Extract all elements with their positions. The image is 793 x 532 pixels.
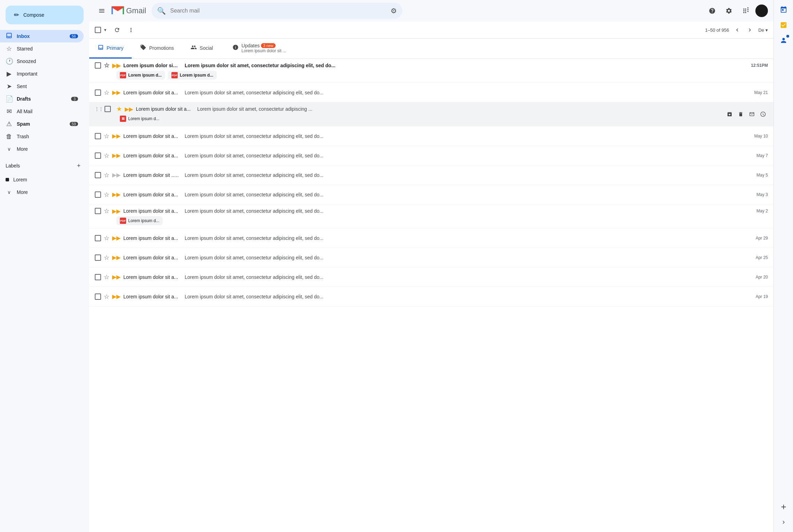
tab-updates[interactable]: Updates 3 new Lorem ipsum dolor sit ... [224,39,294,58]
row-checkbox[interactable] [95,255,101,261]
snooze-hover-button[interactable] [758,109,768,119]
row-subject: Lorem ipsum dolor sit amet, consectetur … [185,90,741,95]
row-star[interactable]: ☆ [104,254,109,261]
row-checkbox[interactable] [95,235,101,241]
main-content: Gmail 🔍 ⚙ ▾ [89,0,773,532]
attachment-chip[interactable]: 🖼 Lorem ipsum d... [116,114,163,123]
sidebar-item-important[interactable]: ▶ Important [0,68,84,80]
email-row[interactable]: ☆ ▶▶ Lorem ipsum dolor sit a... Lorem ip… [89,126,773,146]
row-checkbox[interactable] [95,274,101,280]
sidebar-item-starred[interactable]: ☆ Starred [0,42,84,55]
row-checkbox[interactable] [95,133,101,139]
select-all-checkbox[interactable] [95,27,101,33]
search-input[interactable] [170,8,391,14]
tab-promotions[interactable]: Promotions [132,39,182,58]
contacts-button[interactable] [777,33,791,47]
calendar-button[interactable] [777,3,791,17]
search-bar[interactable]: 🔍 ⚙ [152,3,402,19]
row-checkbox[interactable] [95,152,101,159]
email-row[interactable]: ☆ ▶▶ Lorem ipsum dolor sit a... Lorem ip… [89,228,773,248]
email-row[interactable]: ☆ ▶▶ Lorem ipsum dolor sit a... Lorem ip… [89,185,773,204]
select-all-wrap: ▾ [95,26,109,33]
sidebar-item-all-mail[interactable]: ✉ All Mail [0,105,84,118]
tab-bar: Primary Promotions Social [89,39,773,59]
row-date: May 21 [747,90,768,95]
settings-button[interactable] [722,4,736,18]
all-mail-icon: ✉ [6,108,13,115]
avatar[interactable] [755,5,768,17]
sidebar-item-inbox[interactable]: Inbox 56 [0,30,84,42]
email-row-main: ☆ ▶▶ Lorem ipsum dolor sit a... Lorem ip… [95,152,768,159]
next-page-button[interactable] [744,24,755,36]
apps-button[interactable] [739,4,753,18]
sidebar-item-label-inbox: Inbox [17,33,70,39]
row-checkbox[interactable] [95,208,101,214]
important-icon: ▶ [6,70,13,78]
row-subject: Lorem ipsum dolor sit amet, consectetur … [197,106,762,112]
expand-sidebar-button[interactable] [777,515,791,529]
email-row[interactable]: ☆ ▶▶ Lorem ipsum dolor sit ... 2 Lorem i… [89,165,773,185]
email-row[interactable]: ☆ ▶▶ Lorem ipsum dolor sit a... Lorem ip… [89,267,773,287]
row-checkbox[interactable] [95,172,101,178]
row-star[interactable]: ☆ [104,171,109,179]
email-row[interactable]: ☆ ▶▶ Lorem ipsum dolor sit a... Lorem ip… [89,59,773,83]
tab-primary[interactable]: Primary [89,39,132,58]
delete-hover-button[interactable] [736,109,746,119]
sidebar-item-label-more: More [17,146,78,152]
sidebar-item-trash[interactable]: 🗑 Trash [0,130,84,143]
sidebar-item-sent[interactable]: ➤ Sent [0,80,84,93]
prev-page-button[interactable] [732,24,743,36]
row-star[interactable]: ☆ [104,207,109,215]
email-row[interactable]: ☆ ▶▶ Lorem ipsum dolor sit a... Lorem ip… [89,83,773,102]
row-checkbox[interactable] [105,106,111,112]
email-row[interactable]: ☆ ▶▶ Lorem ipsum dolor sit a... Lorem ip… [89,248,773,267]
view-type-selector[interactable]: De ▾ [758,28,768,33]
help-button[interactable] [705,4,719,18]
hamburger-button[interactable] [95,4,109,18]
attachment-chip[interactable]: PDF Lorem ipsum d... [168,71,217,80]
labels-add-button[interactable]: + [74,161,84,171]
row-checkbox[interactable] [95,62,101,69]
archive-hover-button[interactable] [725,109,734,119]
select-dropdown-button[interactable]: ▾ [102,26,109,33]
tab-social-label: Social [200,45,213,51]
attachment-chip[interactable]: PDF Lorem ipsum d... [116,216,163,225]
attachment-label: Lorem ipsum d... [180,73,213,78]
row-drag-handle: ⋮⋮ [95,107,103,111]
row-star[interactable]: ☆ [104,152,109,159]
search-tune-icon[interactable]: ⚙ [391,7,397,15]
email-row[interactable]: ☆ ▶▶ Lorem ipsum dolor sit a... Lorem ip… [89,204,773,228]
attachment-chip[interactable]: PDF Lorem ipsum d... [116,71,165,80]
row-star[interactable]: ☆ [104,234,109,242]
refresh-button[interactable] [111,24,123,36]
sidebar-item-labels-more[interactable]: ∨ More [0,186,84,198]
row-star[interactable]: ★ [116,105,122,113]
row-star[interactable]: ☆ [104,89,109,96]
sidebar-item-more[interactable]: ∨ More [0,143,84,155]
more-options-button[interactable] [125,24,137,36]
forward-icon: ▶▶ [112,293,121,300]
nav-list: Inbox 56 ☆ Starred 🕐 Snoozed ▶ Important… [0,30,89,155]
row-star[interactable]: ☆ [104,273,109,281]
email-row[interactable]: ⋮⋮ ★ ▶▶ Lorem ipsum dolor sit a... Lorem… [89,102,773,126]
email-row[interactable]: ☆ ▶▶ Lorem ipsum dolor sit a... Lorem ip… [89,146,773,165]
sidebar-item-spam[interactable]: ⚠ Spam 59 [0,118,84,130]
row-star[interactable]: ☆ [104,293,109,300]
row-checkbox[interactable] [95,294,101,300]
row-star[interactable]: ☆ [104,62,109,69]
row-star[interactable]: ☆ [104,191,109,198]
sidebar-item-drafts[interactable]: 📄 Drafts 3 [0,93,84,105]
tab-social[interactable]: Social [182,39,224,58]
tasks-button[interactable] [777,18,791,32]
sidebar-item-lorem-label[interactable]: Lorem [0,173,84,186]
mark-unread-hover-button[interactable] [747,109,757,119]
email-row-main: ☆ ▶▶ Lorem ipsum dolor sit a... Lorem ip… [95,132,768,140]
email-row[interactable]: ☆ ▶▶ Lorem ipsum dolor sit a... Lorem ip… [89,287,773,306]
compose-button[interactable]: ✏ Compose [6,6,84,24]
attachments-row: 🖼 Lorem ipsum d... [116,114,163,123]
row-checkbox[interactable] [95,89,101,96]
row-checkbox[interactable] [95,191,101,198]
row-star[interactable]: ☆ [104,132,109,140]
sidebar-item-snoozed[interactable]: 🕐 Snoozed [0,55,84,68]
add-sidebar-button[interactable] [777,500,791,514]
